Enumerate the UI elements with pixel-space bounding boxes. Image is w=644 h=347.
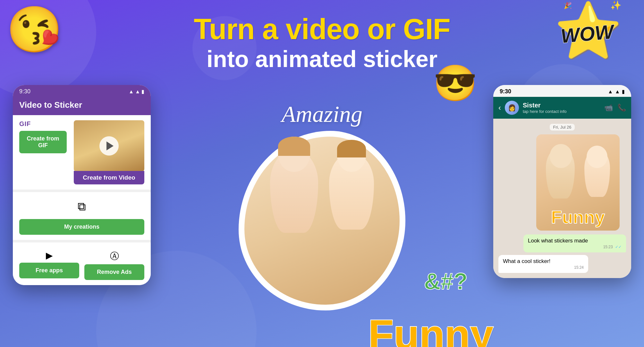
wow-star-shape: ⭐ WOW ✨ 🎉 bbox=[554, 3, 618, 64]
creations-inner: ⧉ My creations bbox=[19, 200, 144, 235]
girl1-hair bbox=[278, 137, 310, 156]
app-header: Video to Sticker bbox=[13, 97, 151, 115]
free-apps-button[interactable]: Free apps bbox=[19, 263, 79, 278]
date-badge: Fri, Jul 26 bbox=[550, 124, 574, 131]
message-time: 15:23 ✓✓ bbox=[528, 245, 622, 249]
received-message-text: What a cool sticker! bbox=[503, 258, 550, 264]
battery-icon: ▮ bbox=[141, 89, 144, 95]
confetti-icon: ✨ bbox=[610, 0, 622, 11]
contact-avatar: 👩 bbox=[505, 101, 519, 115]
wa-chat-body: Fri, Jul 26 Funny Look what stickers mad… bbox=[493, 119, 631, 278]
section-divider-1 bbox=[13, 190, 151, 192]
play-triangle-icon bbox=[106, 141, 114, 150]
wa-signal-icon: ▲ bbox=[615, 89, 620, 95]
main-content: 9:30 ▲ ▲ ▮ Video to Sticker GIF Create f… bbox=[0, 82, 644, 347]
status-icons: ▲ ▲ ▮ bbox=[129, 89, 144, 95]
gif-left-column: GIF Create from GIF bbox=[19, 120, 67, 153]
copy-icon: ⧉ bbox=[78, 200, 86, 213]
creations-section: ⧉ My creations bbox=[13, 195, 151, 240]
sticker-image-container bbox=[232, 131, 412, 330]
wa-battery-icon: ▮ bbox=[622, 89, 625, 95]
gif-text-icon: GIF bbox=[19, 120, 31, 128]
video-section-wrapper: GIF Create from GIF Create from Video bbox=[19, 120, 144, 184]
back-arrow-icon[interactable]: ‹ bbox=[498, 103, 501, 112]
my-creations-button[interactable]: My creations bbox=[19, 219, 144, 235]
create-from-video-label[interactable]: Create from Video bbox=[74, 171, 144, 184]
center-sticker-area: 😎 Amazing bbox=[151, 82, 493, 347]
double-tick-icon: ✓✓ bbox=[615, 245, 622, 249]
sticker-image: Funny bbox=[536, 134, 620, 231]
app-title: Video to Sticker bbox=[19, 100, 82, 110]
contact-info: Sister tap here for contact info bbox=[523, 102, 600, 114]
wow-text-label: WOW bbox=[560, 20, 614, 47]
message-text: Look what stickers made bbox=[528, 238, 588, 244]
create-from-gif-button[interactable]: Create from GIF bbox=[19, 131, 67, 153]
video-thumbnail-image bbox=[74, 120, 144, 172]
mini-head1 bbox=[550, 144, 572, 168]
wa-funny-label: Funny bbox=[551, 207, 605, 227]
gif-label-row: GIF bbox=[19, 120, 67, 128]
left-phone-mockup: 9:30 ▲ ▲ ▮ Video to Sticker GIF Create f… bbox=[13, 85, 151, 285]
sticker-fill bbox=[244, 137, 400, 305]
video-call-icon[interactable]: 📹 bbox=[604, 104, 613, 112]
contact-sub: tap here for contact info bbox=[523, 109, 600, 114]
wa-header: ‹ 👩 Sister tap here for contact info 📹 📞 bbox=[493, 97, 631, 119]
sticker-bubble: Funny bbox=[536, 134, 626, 231]
received-time: 15:24 bbox=[503, 265, 584, 270]
hero-section: Turn a video or GIF into animated sticke… bbox=[0, 0, 644, 72]
emoji-wink-icon: 😘 bbox=[6, 3, 63, 56]
wa-status-icons: ▲ ▲ ▮ bbox=[608, 89, 625, 95]
ad-icon: Ⓐ bbox=[84, 250, 144, 262]
symbols-text: &#? bbox=[424, 268, 468, 294]
play-button[interactable] bbox=[99, 136, 119, 156]
girls-figure bbox=[244, 137, 400, 305]
wa-wifi-icon: ▲ bbox=[608, 89, 613, 95]
wa-status-bar: 9:30 ▲ ▲ ▮ bbox=[493, 85, 631, 97]
bottom-actions-section: ▶ Free apps Ⓐ Remove Ads bbox=[13, 245, 151, 285]
wa-header-actions: 📹 📞 bbox=[604, 104, 626, 112]
wow-badge: ⭐ WOW ✨ 🎉 bbox=[554, 3, 625, 67]
play-store-icon: ▶ bbox=[19, 250, 79, 261]
received-message-bubble: What a cool sticker! 15:24 bbox=[498, 255, 588, 273]
funny-text-label: Funny bbox=[368, 310, 493, 347]
signal-icon: ▲ bbox=[135, 89, 140, 95]
creations-icon: ⧉ bbox=[78, 200, 86, 213]
girl2-hair bbox=[337, 140, 366, 157]
phone-status-bar: 9:30 ▲ ▲ ▮ bbox=[13, 85, 151, 97]
wifi-icon: ▲ bbox=[129, 89, 134, 95]
remove-ads-container: Ⓐ Remove Ads bbox=[84, 250, 144, 280]
free-apps-container: ▶ Free apps bbox=[19, 250, 79, 280]
hero-title-line1: Turn a video or GIF bbox=[0, 13, 644, 46]
section-divider-2 bbox=[13, 240, 151, 242]
right-phone-mockup: 9:30 ▲ ▲ ▮ ‹ 👩 Sister tap here for conta… bbox=[493, 85, 631, 278]
video-thumbnail-container[interactable]: Create from Video bbox=[74, 120, 144, 184]
sent-message-bubble: Look what stickers made 15:23 ✓✓ bbox=[523, 234, 626, 252]
confetti2-icon: 🎉 bbox=[564, 2, 572, 9]
emoji-cool-icon: 😎 bbox=[433, 63, 477, 104]
mini-head2 bbox=[587, 146, 607, 168]
status-time: 9:30 bbox=[19, 88, 30, 95]
amazing-text: Amazing bbox=[282, 101, 362, 128]
remove-ads-button[interactable]: Remove Ads bbox=[84, 264, 144, 280]
hero-title-line2: into animated sticker bbox=[0, 46, 644, 72]
phone-call-icon[interactable]: 📞 bbox=[617, 104, 626, 112]
gif-video-section: GIF Create from GIF Create from Video bbox=[13, 115, 151, 190]
contact-name: Sister bbox=[523, 102, 600, 109]
avatar-emoji: 👩 bbox=[508, 104, 516, 112]
wa-status-time: 9:30 bbox=[500, 88, 511, 95]
